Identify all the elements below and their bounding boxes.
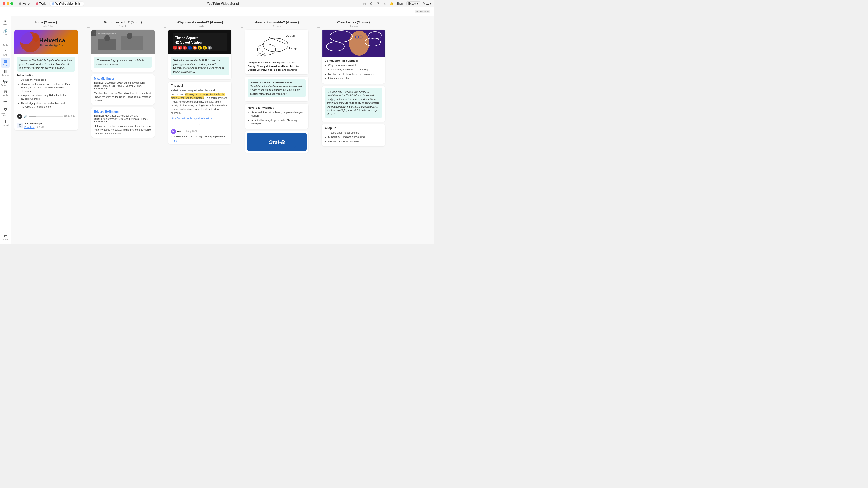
- intro-bullets: Discuss the video topic Mention the desi…: [17, 78, 75, 109]
- close-button[interactable]: [3, 2, 5, 5]
- tab-home[interactable]: Home: [17, 2, 32, 6]
- design-label: Design: Balanced without stylistic featu…: [248, 61, 306, 64]
- sidebar-item-todo[interactable]: ☰ To-do: [1, 38, 10, 47]
- svg-text:The invisible typeface: The invisible typeface: [40, 44, 64, 46]
- traffic-lights: [3, 2, 13, 5]
- svg-text:Q: Q: [199, 47, 200, 49]
- file-download-link[interactable]: Download: [24, 126, 34, 129]
- svg-point-2: [33, 33, 39, 41]
- invisible-bullets-title: How is it invisible?: [248, 106, 306, 109]
- wrapup-bullet-3: mention next video in series: [328, 140, 382, 143]
- search-icon[interactable]: ⌕: [383, 2, 387, 6]
- svg-point-9: [104, 35, 110, 41]
- board-area[interactable]: Intro (2 mins) 3 cards, 1 file Helveti: [11, 16, 434, 244]
- svg-text:Oral-B: Oral-B: [268, 139, 285, 145]
- sidebar-item-column[interactable]: ||| Column: [1, 68, 10, 77]
- oral-b-svg: Oral-B: [256, 135, 297, 149]
- column-row-5: Conclusion (3 mins) 4 cards: [322, 20, 393, 239]
- card-invisible-quote: "Helvetica is often considered invisible…: [245, 76, 308, 101]
- sidebar-item-link[interactable]: 🔗 Link: [1, 28, 10, 37]
- conclusion-bullet-4: Like and subscribe: [328, 77, 382, 80]
- column-row-1: Intro (2 mins) 3 cards, 1 file Helveti: [14, 20, 91, 239]
- export-chevron: ▾: [417, 2, 418, 5]
- svg-point-11: [127, 33, 132, 39]
- conclusion-bullet-2: Discuss why it continues to be today: [328, 68, 382, 71]
- card-invisible-bullets: How is it invisible? Sans serif font wit…: [245, 104, 308, 129]
- notification-count[interactable]: 0: [369, 2, 373, 6]
- card-intro-main: Helvetica The invisible typeface "Helvet…: [14, 30, 78, 130]
- share-button[interactable]: Share: [396, 2, 403, 5]
- max-name[interactable]: Max Miedinger: [94, 77, 114, 80]
- conclusion-header-img: [322, 30, 385, 57]
- volume-icon[interactable]: 🔊: [24, 115, 27, 118]
- invisible-bullet-2: Adopted by many large brands. Show logo …: [251, 119, 306, 126]
- comment-avatar: M: [171, 129, 176, 134]
- device-icon[interactable]: ⊡: [362, 2, 366, 6]
- column-why: Why was it created? (6 mins) 3 cards Tim…: [168, 20, 231, 147]
- column-conclusion: Conclusion (3 mins) 4 cards: [322, 20, 385, 149]
- svg-text:N: N: [194, 47, 196, 49]
- addimage-icon: 🖼: [4, 107, 7, 111]
- sidebar-link-label: Link: [3, 34, 7, 36]
- svg-text:2: 2: [179, 47, 180, 49]
- sidebar-item-table[interactable]: ⊡ Table: [1, 88, 10, 98]
- conclusion-quote: "It's clear why Helvetica has earned its…: [324, 88, 382, 118]
- sidebar-board-label: Board: [2, 64, 8, 66]
- card-workshop: Historic workshop scene "There were 2 ty…: [91, 30, 155, 72]
- eduard-name[interactable]: Eduard Hoffmann: [94, 110, 119, 113]
- bell-icon[interactable]: 🔔: [390, 2, 394, 6]
- note-icon: ≡: [4, 19, 6, 23]
- wrapup-bullets: Thanks again to our sponsor Support by l…: [324, 131, 382, 143]
- arrow-2-3: →: [162, 20, 168, 34]
- subway-img: Times Square 42 Street Station 1 2 3 7: [168, 30, 231, 55]
- svg-text:42 Street Station: 42 Street Station: [175, 40, 204, 44]
- column-who-header: Who created it? (5 min) 4 cards: [91, 20, 155, 27]
- column-why-subtitle: 3 cards: [168, 25, 231, 27]
- sidebar-item-addimage[interactable]: 🖼 Add Image: [1, 106, 10, 118]
- sidebar-item-upload[interactable]: ⬆ Upload: [1, 118, 10, 128]
- sidebar-trash-label: Trash: [3, 238, 8, 241]
- tab-work[interactable]: Work: [34, 2, 48, 6]
- sidebar-item-note[interactable]: ≡ Note: [1, 18, 10, 27]
- minimize-button[interactable]: [6, 2, 9, 5]
- conclusion-in-bubbles-title: Conclusion (in bubbles): [324, 59, 382, 62]
- audio-waveform[interactable]: [29, 116, 63, 117]
- sidebar-item-more[interactable]: •••: [1, 98, 10, 105]
- maximize-button[interactable]: [10, 2, 13, 5]
- work-dot: [36, 2, 38, 5]
- sidebar-item-trash[interactable]: 🗑 Trash: [1, 233, 10, 242]
- invisible-quote-content: "Helvetica is often considered invisible…: [245, 76, 308, 101]
- card-wrapup: Wrap up Thanks again to our sponsor Supp…: [322, 124, 385, 147]
- audio-player[interactable]: ▶ 🔊 0:00 / 3:37: [14, 112, 78, 121]
- eduard-content: Eduard Hoffmann Born: 26 May 1892, Züric…: [91, 107, 155, 138]
- wikipedia-link[interactable]: https://en.wikipedia.org/wiki/Helvetica: [171, 117, 212, 120]
- board-icon: ⊞: [4, 59, 7, 64]
- sidebar-item-comment[interactable]: 💬 Comment: [1, 78, 10, 88]
- wrapup-bullet-2: Support by liking and subscribing: [328, 135, 382, 139]
- workshop-quote-content: "There were 2 typographers responsiblle …: [91, 55, 155, 72]
- export-button[interactable]: Export ▾: [406, 1, 421, 6]
- comment-date: 13 Aug 2024: [184, 130, 197, 133]
- column-intro: Intro (2 mins) 3 cards, 1 file Helveti: [14, 20, 78, 133]
- subway-svg: Times Square 42 Street Station 1 2 3 7: [168, 30, 231, 55]
- column-row-3: Why was it created? (6 mins) 3 cards Tim…: [168, 20, 245, 239]
- view-label: View: [423, 2, 429, 5]
- comment-section: M Marc 13 Aug 2024 I'd also mention the …: [168, 127, 231, 144]
- help-icon[interactable]: ?: [376, 2, 380, 6]
- invisible-bullets-content: How is it invisible? Sans serif font wit…: [245, 104, 308, 129]
- intro-bullet-3: Wrap up the intro on why Helvetica is th…: [21, 94, 75, 101]
- workshop-img: Historic workshop scene: [91, 30, 155, 55]
- table-icon: ⊡: [4, 90, 7, 94]
- tab-yt[interactable]: YouTube Video Script: [50, 2, 84, 6]
- sidebar-item-line[interactable]: / Line: [1, 48, 10, 57]
- arrow-4-5: →: [315, 20, 322, 34]
- tab-home-label: Home: [22, 2, 30, 5]
- file-attachment: 🎵 Intro Music.mp3 Download · 4.3 MB: [14, 121, 78, 130]
- view-button[interactable]: View ▾: [423, 2, 431, 5]
- sidebar-item-board[interactable]: ⊞ Board: [1, 58, 10, 68]
- card-intro-content: "Helvetica: The Invisible Typeface" is m…: [14, 55, 78, 112]
- reply-button[interactable]: Reply: [171, 139, 177, 142]
- play-button[interactable]: ▶: [17, 114, 22, 119]
- home-dot: [19, 2, 21, 5]
- svg-rect-33: [246, 30, 307, 59]
